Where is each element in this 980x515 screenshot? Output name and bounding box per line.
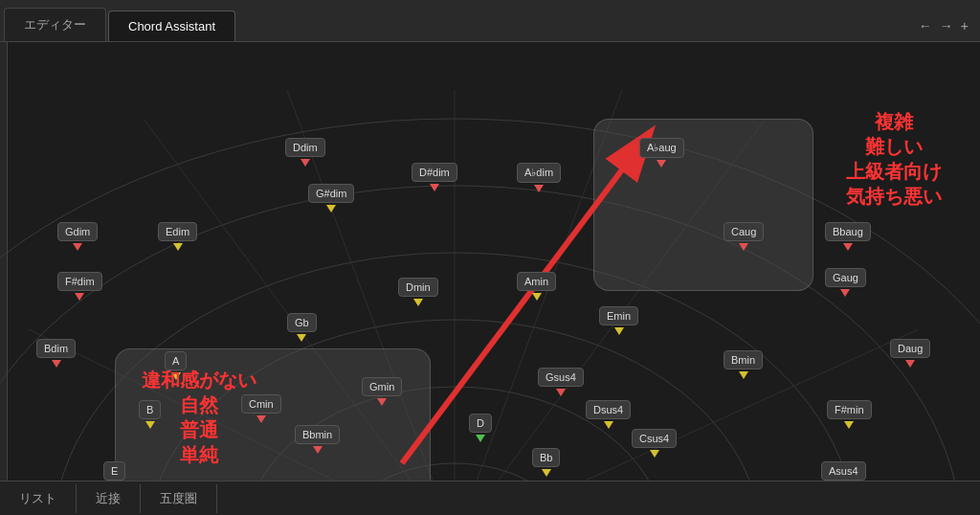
nav-back-icon[interactable]: ← (919, 18, 932, 34)
chord-node-Bb[interactable]: Bb (532, 448, 560, 477)
chord-node-F#min[interactable]: F#min (827, 400, 872, 429)
region-complex (593, 119, 813, 291)
bottom-tab-bar: リスト 近接 五度圏 (0, 481, 980, 515)
bottom-tab-list[interactable]: リスト (0, 484, 77, 513)
nav-add-icon[interactable]: + (961, 18, 969, 34)
chord-node-Emin[interactable]: Emin (599, 306, 638, 335)
chord-node-Gb[interactable]: Gb (287, 313, 317, 342)
chord-node-Bmin[interactable]: Bmin (724, 350, 763, 379)
tab-editor[interactable]: エディター (4, 8, 106, 41)
tab-bar: エディター Chord Assistant ← → + (0, 0, 980, 42)
chord-node-Amin[interactable]: Amin (517, 272, 556, 301)
tab-nav-icons: ← → + (907, 11, 980, 41)
annotation-complex: 複雑難しい上級者向け気持ち悪い (846, 109, 942, 209)
chord-node-Bbmin[interactable]: Bbmin (295, 425, 340, 454)
chord-node-Dmin[interactable]: Dmin (398, 278, 438, 306)
chord-node-D#dim[interactable]: D#dim (412, 163, 457, 191)
chord-node-Edim[interactable]: Edim (158, 222, 197, 251)
chord-node-Gsus4[interactable]: Gsus4 (538, 368, 584, 396)
chord-node-Bdim[interactable]: Bdim (36, 339, 76, 368)
chord-node-B[interactable]: B (139, 400, 161, 429)
chord-node-Caug[interactable]: Caug (724, 222, 764, 251)
chord-node-A[interactable]: A (165, 351, 187, 380)
chord-node-Dsus4[interactable]: Dsus4 (586, 400, 631, 429)
chord-node-F#dim[interactable]: F#dim (57, 272, 102, 301)
chord-node-D[interactable]: D (469, 414, 492, 442)
chord-node-Gdim[interactable]: Gdim (57, 222, 98, 251)
chord-node-Csus4[interactable]: Csus4 (632, 429, 677, 458)
chord-node-Gaug[interactable]: Gaug (825, 268, 866, 297)
nav-forward-icon[interactable]: → (940, 18, 953, 34)
left-edge (0, 42, 8, 515)
chord-node-Cmin[interactable]: Cmin (241, 394, 281, 423)
chord-node-G#dim[interactable]: G#dim (308, 184, 354, 213)
chord-node-Ddim[interactable]: Ddim (285, 138, 325, 167)
chord-node-Abdim[interactable]: A♭dim (517, 163, 561, 192)
tab-chord-assistant[interactable]: Chord Assistant (108, 11, 235, 41)
chord-map: Ddim D#dim A♭dim A♭aug G#dim Gdim Edim C… (0, 42, 980, 515)
bottom-tab-close[interactable]: 近接 (77, 484, 141, 513)
chord-node-Abaug[interactable]: A♭aug (639, 138, 684, 168)
chord-node-Daug[interactable]: Daug (890, 339, 930, 368)
chord-node-Gmin[interactable]: Gmin (362, 377, 402, 406)
chord-node-Bbaug[interactable]: Bbaug (825, 222, 871, 251)
bottom-tab-fifth[interactable]: 五度圏 (141, 484, 217, 513)
